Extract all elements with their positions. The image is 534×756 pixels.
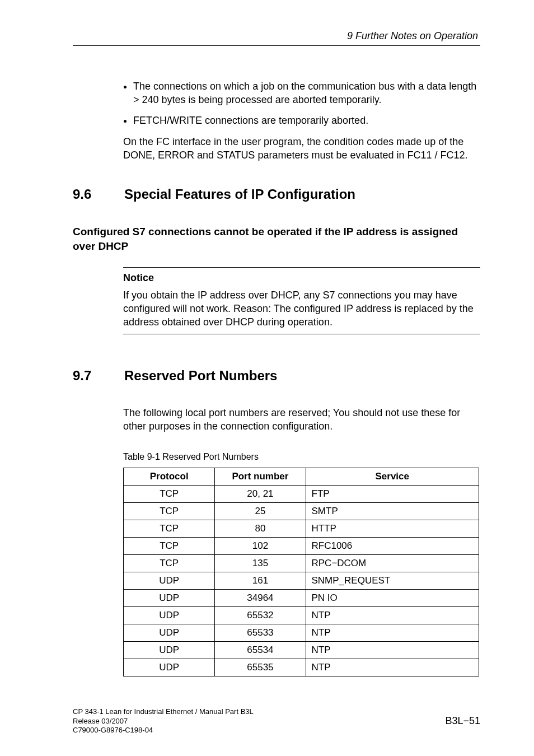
section-title: Special Features of IP Configuration xyxy=(124,186,355,202)
cell-protocol: TCP xyxy=(124,520,215,538)
cell-service: NTP xyxy=(306,624,479,642)
table-row: UDP65532NTP xyxy=(124,607,479,624)
section-number: 9.6 xyxy=(73,186,103,202)
page-number: B3L−51 xyxy=(445,715,480,727)
table-row: UDP161SNMP_REQUEST xyxy=(124,572,479,590)
page-footer: CP 343-1 Lean for Industrial Ethernet / … xyxy=(73,707,480,735)
intro-bullets: The connections on which a job on the co… xyxy=(123,80,480,127)
cell-protocol: UDP xyxy=(124,572,215,590)
table-row: TCP102RFC1006 xyxy=(124,538,479,555)
col-header-protocol: Protocol xyxy=(124,468,215,486)
cell-service: SMTP xyxy=(306,503,479,520)
cell-port: 65533 xyxy=(215,624,306,642)
section-9-6-subhead: Configured S7 connections cannot be oper… xyxy=(73,225,480,253)
port-table: Protocol Port number Service TCP20, 21FT… xyxy=(123,468,479,676)
notice-text: If you obtain the IP address over DHCP, … xyxy=(123,288,480,329)
table-row: TCP25SMTP xyxy=(124,503,479,520)
footer-line-3: C79000-G8976-C198-04 xyxy=(73,726,480,735)
table-row: UDP65535NTP xyxy=(124,659,479,676)
cell-protocol: UDP xyxy=(124,624,215,642)
cell-port: 80 xyxy=(215,520,306,538)
cell-protocol: UDP xyxy=(124,590,215,607)
table-row: UDP65534NTP xyxy=(124,642,479,659)
table-row: TCP80HTTP xyxy=(124,520,479,538)
cell-protocol: UDP xyxy=(124,642,215,659)
cell-service: NTP xyxy=(306,607,479,624)
table-row: UDP34964PN IO xyxy=(124,590,479,607)
section-title: Reserved Port Numbers xyxy=(124,368,277,384)
notice-block: Notice If you obtain the IP address over… xyxy=(123,267,480,334)
cell-port: 25 xyxy=(215,503,306,520)
col-header-service: Service xyxy=(306,468,479,486)
col-header-port: Port number xyxy=(215,468,306,486)
cell-service: NTP xyxy=(306,642,479,659)
cell-service: SNMP_REQUEST xyxy=(306,572,479,590)
cell-port: 65535 xyxy=(215,659,306,676)
notice-rule-top xyxy=(123,267,480,268)
footer-line-1: CP 343-1 Lean for Industrial Ethernet / … xyxy=(73,707,480,716)
notice-label: Notice xyxy=(123,272,480,284)
cell-protocol: UDP xyxy=(124,659,215,676)
cell-service: NTP xyxy=(306,659,479,676)
cell-port: 102 xyxy=(215,538,306,555)
header-rule xyxy=(73,45,480,46)
cell-port: 34964 xyxy=(215,590,306,607)
table-header-row: Protocol Port number Service xyxy=(124,468,479,486)
cell-service: RPC−DCOM xyxy=(306,555,479,572)
cell-protocol: UDP xyxy=(124,607,215,624)
table-row: TCP20, 21FTP xyxy=(124,486,479,503)
cell-port: 161 xyxy=(215,572,306,590)
table-row: UDP65533NTP xyxy=(124,624,479,642)
cell-service: HTTP xyxy=(306,520,479,538)
cell-service: RFC1006 xyxy=(306,538,479,555)
section-9-6-heading: 9.6 Special Features of IP Configuration xyxy=(73,186,480,202)
table-caption: Table 9-1 Reserved Port Numbers xyxy=(123,452,480,462)
cell-protocol: TCP xyxy=(124,538,215,555)
footer-line-2: Release 03/2007 xyxy=(73,717,480,726)
section-number: 9.7 xyxy=(73,368,103,384)
intro-bullet-2: FETCH/WRITE connections are temporarily … xyxy=(133,114,480,127)
cell-protocol: TCP xyxy=(124,486,215,503)
cell-port: 65534 xyxy=(215,642,306,659)
section-9-7-paragraph: The following local port numbers are res… xyxy=(123,406,480,433)
cell-port: 20, 21 xyxy=(215,486,306,503)
section-9-7-heading: 9.7 Reserved Port Numbers xyxy=(73,368,480,384)
running-head: 9 Further Notes on Operation xyxy=(73,30,480,42)
intro-paragraph: On the FC interface in the user program,… xyxy=(123,135,480,162)
cell-service: FTP xyxy=(306,486,479,503)
cell-service: PN IO xyxy=(306,590,479,607)
intro-bullet-1: The connections on which a job on the co… xyxy=(133,80,480,107)
cell-port: 65532 xyxy=(215,607,306,624)
table-row: TCP135RPC−DCOM xyxy=(124,555,479,572)
cell-protocol: TCP xyxy=(124,503,215,520)
cell-protocol: TCP xyxy=(124,555,215,572)
notice-rule-bottom xyxy=(123,334,480,334)
cell-port: 135 xyxy=(215,555,306,572)
